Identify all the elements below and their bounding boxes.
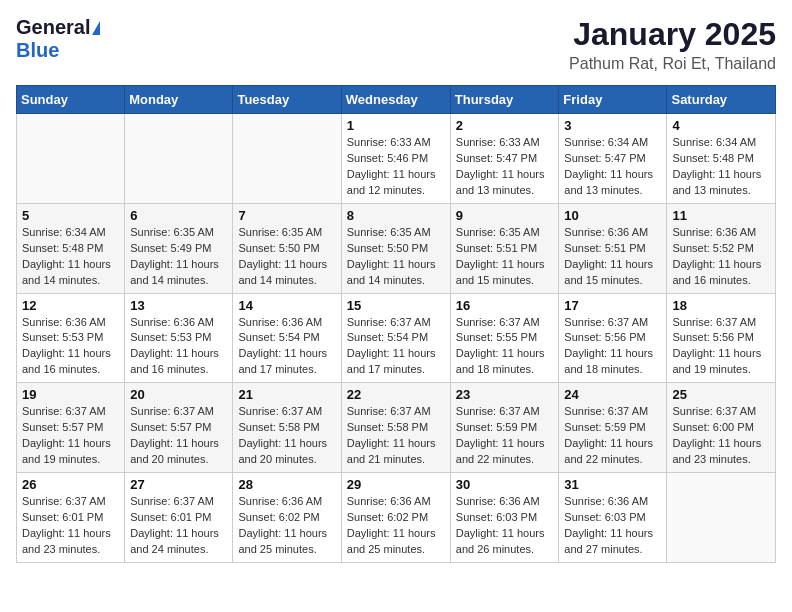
day-number: 26 [22, 477, 119, 492]
day-number: 4 [672, 118, 770, 133]
day-info: Sunrise: 6:36 AM Sunset: 6:02 PM Dayligh… [347, 494, 445, 558]
calendar-cell: 12Sunrise: 6:36 AM Sunset: 5:53 PM Dayli… [17, 293, 125, 383]
day-number: 23 [456, 387, 554, 402]
day-number: 13 [130, 298, 227, 313]
day-number: 17 [564, 298, 661, 313]
day-number: 31 [564, 477, 661, 492]
calendar-cell: 27Sunrise: 6:37 AM Sunset: 6:01 PM Dayli… [125, 473, 233, 563]
day-number: 10 [564, 208, 661, 223]
calendar-table: SundayMondayTuesdayWednesdayThursdayFrid… [16, 85, 776, 563]
calendar-cell: 21Sunrise: 6:37 AM Sunset: 5:58 PM Dayli… [233, 383, 341, 473]
weekday-header-monday: Monday [125, 86, 233, 114]
day-info: Sunrise: 6:37 AM Sunset: 5:55 PM Dayligh… [456, 315, 554, 379]
day-info: Sunrise: 6:37 AM Sunset: 6:00 PM Dayligh… [672, 404, 770, 468]
calendar-cell: 25Sunrise: 6:37 AM Sunset: 6:00 PM Dayli… [667, 383, 776, 473]
day-number: 18 [672, 298, 770, 313]
calendar-cell: 23Sunrise: 6:37 AM Sunset: 5:59 PM Dayli… [450, 383, 559, 473]
day-info: Sunrise: 6:36 AM Sunset: 5:52 PM Dayligh… [672, 225, 770, 289]
day-number: 28 [238, 477, 335, 492]
calendar-cell [17, 114, 125, 204]
day-info: Sunrise: 6:36 AM Sunset: 6:03 PM Dayligh… [564, 494, 661, 558]
title-block: January 2025 Pathum Rat, Roi Et, Thailan… [569, 16, 776, 73]
day-info: Sunrise: 6:35 AM Sunset: 5:50 PM Dayligh… [347, 225, 445, 289]
day-info: Sunrise: 6:36 AM Sunset: 6:03 PM Dayligh… [456, 494, 554, 558]
day-info: Sunrise: 6:36 AM Sunset: 5:54 PM Dayligh… [238, 315, 335, 379]
logo-blue-text: Blue [16, 39, 59, 62]
day-info: Sunrise: 6:36 AM Sunset: 5:53 PM Dayligh… [130, 315, 227, 379]
day-info: Sunrise: 6:37 AM Sunset: 5:56 PM Dayligh… [672, 315, 770, 379]
day-info: Sunrise: 6:35 AM Sunset: 5:50 PM Dayligh… [238, 225, 335, 289]
calendar-cell: 19Sunrise: 6:37 AM Sunset: 5:57 PM Dayli… [17, 383, 125, 473]
day-number: 2 [456, 118, 554, 133]
day-info: Sunrise: 6:36 AM Sunset: 5:53 PM Dayligh… [22, 315, 119, 379]
calendar-cell: 2Sunrise: 6:33 AM Sunset: 5:47 PM Daylig… [450, 114, 559, 204]
day-info: Sunrise: 6:37 AM Sunset: 5:54 PM Dayligh… [347, 315, 445, 379]
calendar-cell: 31Sunrise: 6:36 AM Sunset: 6:03 PM Dayli… [559, 473, 667, 563]
day-number: 25 [672, 387, 770, 402]
calendar-cell: 15Sunrise: 6:37 AM Sunset: 5:54 PM Dayli… [341, 293, 450, 383]
day-number: 7 [238, 208, 335, 223]
calendar-cell: 20Sunrise: 6:37 AM Sunset: 5:57 PM Dayli… [125, 383, 233, 473]
day-info: Sunrise: 6:37 AM Sunset: 5:58 PM Dayligh… [238, 404, 335, 468]
location-title: Pathum Rat, Roi Et, Thailand [569, 55, 776, 73]
day-number: 19 [22, 387, 119, 402]
day-number: 30 [456, 477, 554, 492]
calendar-cell: 17Sunrise: 6:37 AM Sunset: 5:56 PM Dayli… [559, 293, 667, 383]
calendar-week-2: 5Sunrise: 6:34 AM Sunset: 5:48 PM Daylig… [17, 203, 776, 293]
month-title: January 2025 [569, 16, 776, 53]
calendar-cell: 4Sunrise: 6:34 AM Sunset: 5:48 PM Daylig… [667, 114, 776, 204]
day-number: 15 [347, 298, 445, 313]
weekday-header-sunday: Sunday [17, 86, 125, 114]
logo: General Blue [16, 16, 100, 62]
calendar-cell: 29Sunrise: 6:36 AM Sunset: 6:02 PM Dayli… [341, 473, 450, 563]
calendar-cell: 28Sunrise: 6:36 AM Sunset: 6:02 PM Dayli… [233, 473, 341, 563]
day-info: Sunrise: 6:37 AM Sunset: 6:01 PM Dayligh… [130, 494, 227, 558]
day-info: Sunrise: 6:37 AM Sunset: 5:58 PM Dayligh… [347, 404, 445, 468]
day-number: 3 [564, 118, 661, 133]
day-number: 20 [130, 387, 227, 402]
calendar-cell: 10Sunrise: 6:36 AM Sunset: 5:51 PM Dayli… [559, 203, 667, 293]
calendar-cell: 13Sunrise: 6:36 AM Sunset: 5:53 PM Dayli… [125, 293, 233, 383]
day-info: Sunrise: 6:37 AM Sunset: 5:59 PM Dayligh… [456, 404, 554, 468]
day-number: 16 [456, 298, 554, 313]
logo-triangle-icon [92, 21, 100, 35]
day-info: Sunrise: 6:33 AM Sunset: 5:47 PM Dayligh… [456, 135, 554, 199]
day-number: 21 [238, 387, 335, 402]
day-number: 6 [130, 208, 227, 223]
day-info: Sunrise: 6:37 AM Sunset: 6:01 PM Dayligh… [22, 494, 119, 558]
day-number: 14 [238, 298, 335, 313]
day-info: Sunrise: 6:36 AM Sunset: 5:51 PM Dayligh… [564, 225, 661, 289]
calendar-cell: 16Sunrise: 6:37 AM Sunset: 5:55 PM Dayli… [450, 293, 559, 383]
day-number: 5 [22, 208, 119, 223]
calendar-cell: 14Sunrise: 6:36 AM Sunset: 5:54 PM Dayli… [233, 293, 341, 383]
calendar-cell: 6Sunrise: 6:35 AM Sunset: 5:49 PM Daylig… [125, 203, 233, 293]
day-number: 27 [130, 477, 227, 492]
day-number: 29 [347, 477, 445, 492]
weekday-header-friday: Friday [559, 86, 667, 114]
day-number: 11 [672, 208, 770, 223]
calendar-cell: 22Sunrise: 6:37 AM Sunset: 5:58 PM Dayli… [341, 383, 450, 473]
calendar-week-5: 26Sunrise: 6:37 AM Sunset: 6:01 PM Dayli… [17, 473, 776, 563]
day-info: Sunrise: 6:34 AM Sunset: 5:48 PM Dayligh… [672, 135, 770, 199]
calendar-cell: 3Sunrise: 6:34 AM Sunset: 5:47 PM Daylig… [559, 114, 667, 204]
calendar-cell: 8Sunrise: 6:35 AM Sunset: 5:50 PM Daylig… [341, 203, 450, 293]
day-number: 12 [22, 298, 119, 313]
day-info: Sunrise: 6:36 AM Sunset: 6:02 PM Dayligh… [238, 494, 335, 558]
day-number: 1 [347, 118, 445, 133]
day-info: Sunrise: 6:35 AM Sunset: 5:49 PM Dayligh… [130, 225, 227, 289]
calendar-cell [233, 114, 341, 204]
logo-general-text: General [16, 16, 90, 39]
weekday-header-wednesday: Wednesday [341, 86, 450, 114]
day-number: 22 [347, 387, 445, 402]
calendar-cell: 9Sunrise: 6:35 AM Sunset: 5:51 PM Daylig… [450, 203, 559, 293]
calendar-cell: 1Sunrise: 6:33 AM Sunset: 5:46 PM Daylig… [341, 114, 450, 204]
day-info: Sunrise: 6:33 AM Sunset: 5:46 PM Dayligh… [347, 135, 445, 199]
day-info: Sunrise: 6:34 AM Sunset: 5:48 PM Dayligh… [22, 225, 119, 289]
calendar-cell: 26Sunrise: 6:37 AM Sunset: 6:01 PM Dayli… [17, 473, 125, 563]
day-info: Sunrise: 6:37 AM Sunset: 5:59 PM Dayligh… [564, 404, 661, 468]
calendar-week-3: 12Sunrise: 6:36 AM Sunset: 5:53 PM Dayli… [17, 293, 776, 383]
day-info: Sunrise: 6:37 AM Sunset: 5:57 PM Dayligh… [130, 404, 227, 468]
weekday-header-row: SundayMondayTuesdayWednesdayThursdayFrid… [17, 86, 776, 114]
page-header: General Blue January 2025 Pathum Rat, Ro… [16, 16, 776, 73]
day-info: Sunrise: 6:37 AM Sunset: 5:56 PM Dayligh… [564, 315, 661, 379]
